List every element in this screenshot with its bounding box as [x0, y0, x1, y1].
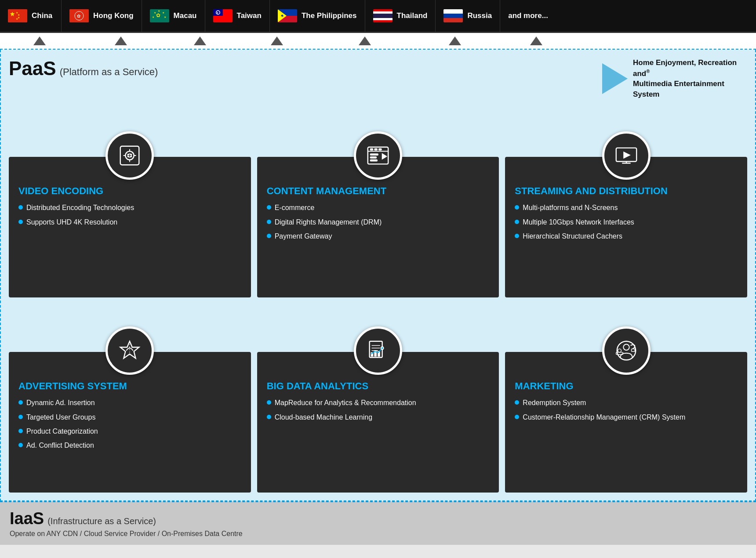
- nav-label-hongkong: Hong Kong: [93, 11, 134, 20]
- bullet-icon: [18, 429, 23, 433]
- nav-item-thailand[interactable]: Thailand: [365, 0, 436, 32]
- bullet-icon: [515, 415, 519, 419]
- flag-philippines: ☀: [278, 9, 297, 22]
- list-item: Redemption System: [515, 398, 738, 408]
- list-item: Cloud-based Machine Learning: [267, 413, 490, 422]
- bullet-icon: [515, 234, 519, 238]
- nav-label-philippines: The Philippines: [302, 11, 357, 20]
- bullet-icon: [515, 220, 519, 224]
- list-item: Payment Gateway: [267, 232, 490, 241]
- paas-subtitle: (Platform as a Service): [60, 66, 158, 78]
- arrow-taiwan: [237, 36, 316, 45]
- list-item: Customer-Relationship Management (CRM) S…: [515, 413, 738, 422]
- svg-rect-27: [373, 9, 393, 11]
- iaas-title: IaaS (Infrastructure as a Service): [10, 509, 746, 528]
- svg-text:★: ★: [16, 18, 18, 20]
- card-title-bigdata: BIG DATA ANALYTICS: [267, 380, 490, 392]
- logo-text: Home Enjoyment, Recreation and® Multimed…: [633, 58, 747, 100]
- card-title-video-encoding: VIDEO ENCODING: [18, 185, 241, 197]
- svg-rect-45: [371, 160, 377, 161]
- flag-thailand: [373, 9, 393, 22]
- nav-item-more[interactable]: and more...: [500, 0, 556, 32]
- svg-text:★: ★: [164, 16, 166, 18]
- marketing-icon: [602, 326, 651, 375]
- arrow-up-ph: [359, 36, 371, 45]
- svg-rect-34: [443, 18, 463, 22]
- nav-item-hongkong[interactable]: ✿ Hong Kong: [62, 0, 142, 32]
- card-list-marketing: Redemption System Customer-Relationship …: [515, 398, 738, 422]
- list-item: Multiple 10Gbps Network Interfaces: [515, 217, 738, 227]
- list-item: Targeted User Groups: [18, 413, 241, 422]
- arrow-up-hk: [115, 36, 127, 45]
- svg-rect-64: [631, 349, 635, 351]
- bullet-icon: [18, 400, 23, 405]
- bullet-icon: [18, 443, 23, 447]
- arrow-up-russia: [530, 36, 542, 45]
- iaas-section: IaaS (Infrastructure as a Service) Opera…: [0, 501, 756, 545]
- bigdata-icon: [354, 326, 402, 375]
- svg-rect-33: [443, 14, 463, 18]
- main-content: PaaS (Platform as a Service) Home Enjoym…: [0, 50, 756, 501]
- iaas-subtitle: (Infrastructure as a Service): [47, 516, 156, 526]
- nav-item-taiwan[interactable]: ✦ Taiwan: [205, 0, 270, 32]
- nav-item-philippines[interactable]: ☀ The Philippines: [270, 0, 365, 32]
- list-item: Distributed Encoding Technologies: [18, 203, 241, 213]
- nav-label-thailand: Thailand: [397, 11, 428, 20]
- card-list-advertising: Dynamic Ad. Insertion Targeted User Grou…: [18, 398, 241, 451]
- top-navigation: ★ ★ ★ ★ ★ China ✿ Hong Kong ✿ ★ ★: [0, 0, 756, 33]
- bullet-icon: [18, 220, 23, 224]
- bullet-icon: [515, 205, 519, 210]
- svg-text:★: ★: [152, 16, 154, 18]
- svg-marker-46: [382, 154, 387, 159]
- card-title-content-management: CONTENT MANAGEMENT: [267, 185, 490, 197]
- iaas-description: Operate on ANY CDN / Cloud Service Provi…: [10, 530, 746, 538]
- svg-text:✿: ✿: [77, 14, 80, 18]
- card-title-advertising: ADVERTISING SYSTEM: [18, 380, 241, 392]
- logo-reg: ®: [646, 69, 650, 74]
- arrow-thailand: [413, 36, 497, 45]
- card-streaming: STREAMING AND DISTRIBUTION Multi-platfor…: [505, 109, 747, 297]
- bullet-icon: [267, 400, 271, 405]
- svg-text:✿: ✿: [156, 12, 160, 18]
- list-item: Product Categorization: [18, 427, 241, 436]
- list-item: Hierarchical Structured Cachers: [515, 232, 738, 241]
- svg-rect-29: [373, 14, 393, 18]
- list-item: Supports UHD 4K Resolution: [18, 217, 241, 227]
- arrow-up-china: [33, 36, 46, 45]
- flag-russia: [443, 9, 463, 22]
- arrow-macau: [163, 36, 237, 45]
- svg-point-63: [623, 344, 629, 350]
- card-title-streaming: STREAMING AND DISTRIBUTION: [515, 185, 738, 197]
- list-item: Multi-platforms and N-Screens: [515, 203, 738, 213]
- nav-label-taiwan: Taiwan: [237, 11, 262, 20]
- card-advertising: ADVERTISING SYSTEM Dynamic Ad. Insertion…: [9, 304, 251, 493]
- streaming-icon: [602, 131, 651, 180]
- svg-rect-40: [371, 149, 373, 150]
- logo-line2: Multimedia Entertainment System: [633, 80, 724, 98]
- arrow-up-thailand: [449, 36, 461, 45]
- header-row: PaaS (Platform as a Service) Home Enjoym…: [9, 58, 747, 100]
- svg-rect-41: [374, 149, 377, 150]
- flag-hk: ✿: [69, 9, 89, 22]
- svg-rect-44: [371, 157, 377, 158]
- svg-text:✦: ✦: [216, 11, 219, 14]
- content-management-icon: [354, 131, 402, 180]
- arrow-hk: [79, 36, 163, 45]
- nav-item-macau[interactable]: ✿ ★ ★ ★ ★ ★ Macau: [142, 0, 205, 32]
- list-item: Ad. Conflict Detection: [18, 441, 241, 450]
- nav-item-russia[interactable]: Russia: [436, 0, 500, 32]
- card-bigdata: BIG DATA ANALYTICS MapReduce for Analyti…: [257, 304, 499, 493]
- flag-macau: ✿ ★ ★ ★ ★ ★: [150, 9, 169, 22]
- paas-title: PaaS (Platform as a Service): [9, 58, 158, 80]
- bullet-icon: [515, 400, 519, 405]
- iaas-bold: IaaS: [10, 509, 44, 528]
- list-item: E-commerce: [267, 203, 490, 213]
- logo-line1: Home Enjoyment, Recreation and: [633, 58, 737, 77]
- svg-rect-30: [373, 18, 393, 20]
- nav-label-russia: Russia: [467, 11, 492, 20]
- card-marketing: MARKETING Redemption System Customer-Rel…: [505, 304, 747, 493]
- bullet-icon: [18, 205, 23, 210]
- nav-item-china[interactable]: ★ ★ ★ ★ ★ China: [0, 0, 62, 32]
- card-list-bigdata: MapReduce for Analytics & Recommendation…: [267, 398, 490, 422]
- advertising-icon: [105, 326, 154, 375]
